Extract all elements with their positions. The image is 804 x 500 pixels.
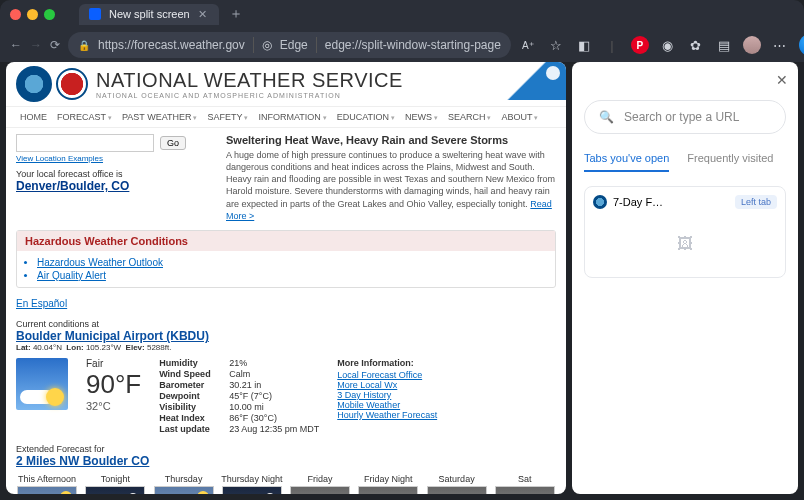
tab-favicon — [89, 8, 101, 20]
metric-value: 10.00 mi — [229, 402, 319, 412]
nav-item[interactable]: FORECAST — [53, 110, 116, 124]
lon-label: Lon: — [66, 343, 83, 352]
header-corner — [496, 62, 566, 100]
metric-value: 23 Aug 12:35 pm MDT — [229, 424, 319, 434]
go-button[interactable]: Go — [160, 136, 186, 150]
text-size-icon[interactable]: A⁺ — [519, 36, 537, 54]
tab-frequently-visited[interactable]: Frequently visited — [687, 152, 773, 172]
search-box[interactable]: 🔍 Search or type a URL — [584, 100, 786, 134]
back-button[interactable]: ← — [10, 34, 22, 56]
close-icon[interactable]: ✕ — [776, 72, 788, 88]
pinterest-icon[interactable]: P — [631, 36, 649, 54]
period-weather-icon — [17, 486, 77, 494]
period-weather-icon — [358, 486, 418, 494]
nav-item[interactable]: SAFETY — [203, 110, 252, 124]
location-search-input[interactable] — [16, 134, 154, 152]
top-headline: Sweltering Heat Wave, Heavy Rain and Sev… — [226, 134, 556, 146]
reload-button[interactable]: ⟳ — [50, 34, 60, 56]
settings-gear-icon[interactable]: ✿ — [687, 36, 705, 54]
extended-label: Extended Forecast for — [16, 444, 556, 454]
hazard-heading: Hazardous Weather Conditions — [17, 231, 555, 251]
open-tab-card[interactable]: 7-Day F… Left tab 🖼 — [584, 186, 786, 278]
edge-label: Edge — [280, 38, 308, 52]
card-favicon — [593, 195, 607, 209]
right-pane: ✕ 🔍 Search or type a URL Tabs you've ope… — [572, 62, 798, 494]
metric-label: Barometer — [159, 380, 229, 390]
local-office-link[interactable]: Denver/Boulder, CO — [16, 179, 129, 193]
forecast-period[interactable]: Friday — [289, 474, 351, 494]
tab-close-icon[interactable]: ✕ — [198, 8, 207, 21]
more-info-heading: More Information: — [337, 358, 437, 368]
main-nav: HOMEFORECASTPAST WEATHERSAFETYINFORMATIO… — [6, 106, 566, 128]
period-weather-icon — [154, 486, 214, 494]
forecast-period[interactable]: Friday Night — [357, 474, 419, 494]
station-link[interactable]: Boulder Municipal Airport (KBDU) — [16, 329, 209, 343]
period-label: Thursday Night — [221, 474, 283, 484]
metric-label: Wind Speed — [159, 369, 229, 379]
lon-value: 105.23°W — [86, 343, 121, 352]
browser-tab[interactable]: New split screen ✕ — [79, 4, 219, 25]
forecast-period[interactable]: Thursday — [153, 474, 215, 494]
period-label: Thursday — [153, 474, 215, 484]
window-maximize[interactable] — [44, 9, 55, 20]
temperature-c: 32°C — [86, 400, 141, 412]
period-label: Sat — [494, 474, 556, 484]
search-placeholder: Search or type a URL — [624, 110, 739, 124]
star-icon[interactable]: ☆ — [547, 36, 565, 54]
forecast-period[interactable]: This Afternoon — [16, 474, 78, 494]
nav-item[interactable]: INFORMATION — [254, 110, 330, 124]
more-info-link[interactable]: More Local Wx — [337, 380, 437, 390]
more-info-link[interactable]: Hourly Weather Forecast — [337, 410, 437, 420]
extension-icon[interactable]: ◉ — [659, 36, 677, 54]
metric-label: Heat Index — [159, 413, 229, 423]
tab-open-tabs[interactable]: Tabs you've open — [584, 152, 669, 172]
forecast-period[interactable]: Sat — [494, 474, 556, 494]
period-weather-icon — [427, 486, 487, 494]
address-bar[interactable]: 🔒 https://forecast.weather.gov ◎ Edge ed… — [68, 32, 511, 58]
split-screen-icon[interactable]: ◧ — [575, 36, 593, 54]
window-minimize[interactable] — [27, 9, 38, 20]
more-info-link[interactable]: Local Forecast Office — [337, 370, 437, 380]
more-info-link[interactable]: Mobile Weather — [337, 400, 437, 410]
metric-label: Last update — [159, 424, 229, 434]
period-label: Saturday — [426, 474, 488, 484]
url-text: https://forecast.weather.gov — [98, 38, 245, 52]
elev-value: 5288ft. — [147, 343, 171, 352]
bing-button[interactable] — [799, 34, 804, 56]
new-tab-button[interactable]: ＋ — [223, 5, 249, 23]
more-icon[interactable]: ⋯ — [771, 36, 789, 54]
period-weather-icon — [222, 486, 282, 494]
forward-button[interactable]: → — [30, 34, 42, 56]
extended-location-link[interactable]: 2 Miles NW Boulder CO — [16, 454, 149, 468]
more-info-link[interactable]: 3 Day History — [337, 390, 437, 400]
card-title: 7-Day F… — [613, 196, 663, 208]
view-examples-link[interactable]: View Location Examples — [16, 154, 103, 163]
nav-item[interactable]: HOME — [16, 110, 51, 124]
temperature-f: 90°F — [86, 369, 141, 400]
elev-label: Elev: — [126, 343, 145, 352]
tab-title: New split screen — [109, 8, 190, 20]
metric-label: Humidity — [159, 358, 229, 368]
hazard-link[interactable]: Hazardous Weather Outlook — [37, 257, 163, 268]
period-label: Tonight — [84, 474, 146, 484]
nav-item[interactable]: SEARCH — [444, 110, 495, 124]
forecast-period[interactable]: Saturday — [426, 474, 488, 494]
profile-avatar[interactable] — [743, 36, 761, 54]
window-close[interactable] — [10, 9, 21, 20]
nws-logo[interactable] — [56, 68, 88, 100]
forecast-period[interactable]: Thursday Night — [221, 474, 283, 494]
hazard-link[interactable]: Air Quality Alert — [37, 270, 106, 281]
metric-label: Visibility — [159, 402, 229, 412]
nav-item[interactable]: PAST WEATHER — [118, 110, 201, 124]
forecast-period[interactable]: Tonight — [84, 474, 146, 494]
separator — [316, 37, 317, 53]
nav-item[interactable]: EDUCATION — [333, 110, 399, 124]
collections-icon[interactable]: ▤ — [715, 36, 733, 54]
edge-icon: ◎ — [262, 38, 272, 52]
espanol-link[interactable]: En Español — [16, 298, 67, 309]
noaa-logo[interactable] — [16, 66, 52, 102]
period-label: This Afternoon — [16, 474, 78, 484]
nav-item[interactable]: ABOUT — [497, 110, 542, 124]
nav-item[interactable]: NEWS — [401, 110, 442, 124]
image-placeholder-icon: 🖼 — [593, 219, 777, 269]
